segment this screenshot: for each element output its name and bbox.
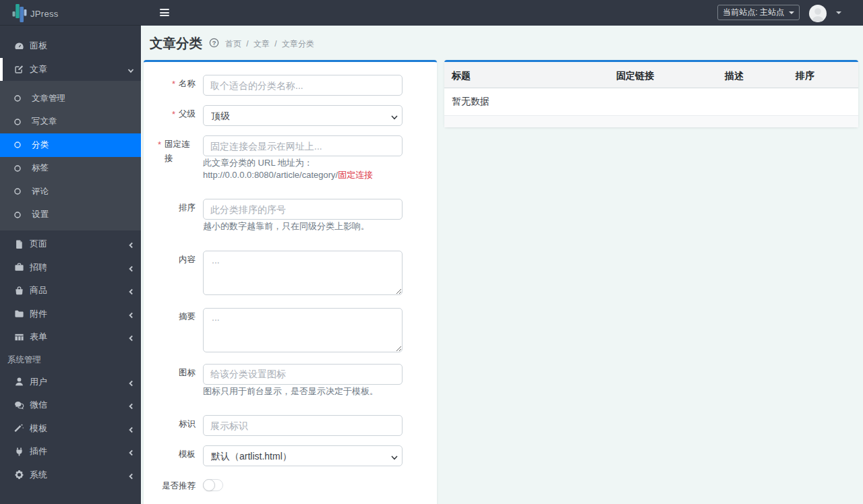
svg-text:?: ? xyxy=(212,40,216,46)
